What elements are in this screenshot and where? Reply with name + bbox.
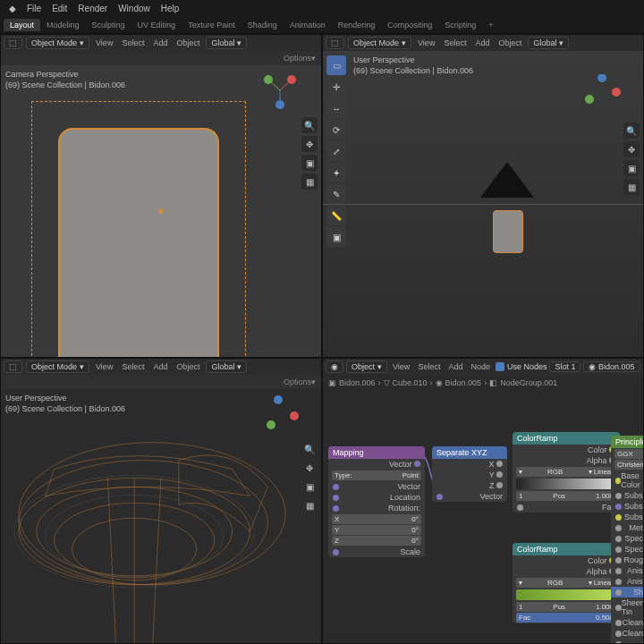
mode-selector[interactable]: Object Mode ▾ — [348, 37, 411, 49]
object-bidon-small[interactable] — [493, 210, 523, 253]
orientation-select[interactable]: Global ▾ — [206, 360, 247, 373]
pan-icon[interactable]: ✥ — [301, 460, 318, 476]
nav-gizmo[interactable] — [260, 394, 300, 434]
pan-icon[interactable]: ✥ — [623, 141, 640, 157]
svg-point-7 — [585, 95, 594, 104]
node-separate-xyz[interactable]: Separate XYZ X Y Z Vector — [432, 446, 507, 502]
bc-nodegroup[interactable]: ◧ NodeGroup.001 — [489, 378, 557, 387]
node-mapping[interactable]: Mapping Vector Type:Point Vector Locatio… — [328, 446, 425, 557]
v3d-object[interactable]: Object — [174, 38, 202, 47]
camera-icon[interactable]: ▣ — [301, 479, 318, 495]
node-colorramp-1[interactable]: ColorRamp Color Alpha ▾RGB▾ Linear 1Pos1… — [513, 432, 620, 513]
bc-material[interactable]: ◉ Bidon.005 — [436, 378, 482, 387]
menu-render[interactable]: Render — [72, 4, 113, 13]
tab-sculpting[interactable]: Sculpting — [86, 19, 131, 31]
tab-rendering[interactable]: Rendering — [332, 19, 382, 31]
v3d-object[interactable]: Object — [496, 38, 524, 47]
viewport-canvas-wire[interactable]: User Perspective (69) Scene Collection |… — [1, 389, 321, 643]
tab-layout[interactable]: Layout — [4, 19, 40, 31]
tab-shading[interactable]: Shading — [242, 19, 284, 31]
camera-icon[interactable]: ▣ — [301, 155, 318, 171]
tool-annotate[interactable]: ✎ — [326, 184, 346, 204]
menu-edit[interactable]: Edit — [47, 4, 72, 13]
blender-icon[interactable]: ◆ — [4, 4, 21, 13]
tool-addcube[interactable]: ▣ — [326, 227, 346, 247]
pan-icon[interactable]: ✥ — [301, 136, 318, 152]
material-select[interactable]: ◉ Bidon.005 — [583, 361, 640, 372]
v3d-view[interactable]: View — [93, 362, 115, 371]
tab-texturepaint[interactable]: Texture Paint — [182, 19, 242, 31]
tool-cursor[interactable]: ✛ — [326, 77, 346, 97]
use-nodes-checkbox[interactable] — [496, 362, 504, 371]
viewport-canvas[interactable]: Camera Perspective (69) Scene Collection… — [1, 65, 321, 357]
shader-type[interactable]: Object ▾ — [346, 360, 387, 373]
bc-mesh[interactable]: ▽ Cube.010 — [384, 378, 428, 387]
mode-selector[interactable]: Object Mode ▾ — [26, 360, 89, 373]
zoom-icon[interactable]: 🔍 — [301, 441, 318, 457]
tool-select-box[interactable]: ▭ — [326, 55, 346, 75]
grid-floor — [323, 204, 643, 205]
tool-rotate[interactable]: ⟳ — [326, 120, 346, 140]
viewport-canvas[interactable]: User Perspective (69) Scene Collection |… — [323, 51, 643, 357]
bc-object[interactable]: ▣ Bidon.006 — [328, 378, 376, 387]
ne-node[interactable]: Node — [468, 362, 493, 371]
svg-line-3 — [280, 80, 292, 90]
tab-animation[interactable]: Animation — [284, 19, 332, 31]
tab-uvediting[interactable]: UV Editing — [131, 19, 182, 31]
nav-gizmo[interactable] — [582, 74, 622, 114]
v3d-view[interactable]: View — [93, 38, 115, 47]
orientation-select[interactable]: Global ▾ — [528, 37, 569, 49]
tool-measure[interactable]: 📏 — [326, 206, 346, 225]
orientation-select[interactable]: Global ▾ — [206, 37, 247, 49]
menu-file[interactable]: File — [21, 4, 47, 13]
ne-add[interactable]: Add — [445, 362, 465, 371]
camera-object[interactable] — [480, 162, 534, 198]
editor-type-icon[interactable]: ⬚ — [326, 37, 344, 49]
node-colorramp-2[interactable]: ColorRamp Color Alpha ▾RGB▾ Linear 1Pos1… — [513, 543, 620, 623]
editor-type-icon[interactable]: ⬚ — [4, 37, 22, 49]
tool-scale[interactable]: ⤢ — [326, 141, 346, 161]
v3d-select[interactable]: Select — [119, 38, 147, 47]
tool-transform[interactable]: ✦ — [326, 163, 346, 182]
object-bidon[interactable] — [58, 128, 219, 358]
persp-icon[interactable]: ▦ — [301, 497, 318, 513]
v3d-add[interactable]: Add — [150, 38, 170, 47]
tool-move[interactable]: ↔ — [326, 98, 346, 118]
zoom-icon[interactable]: 🔍 — [301, 117, 318, 133]
v3d-object[interactable]: Object — [174, 362, 202, 371]
node-editor-header: ◉ Object ▾ View Select Add Node Use Node… — [323, 359, 643, 375]
tab-add[interactable]: + — [482, 19, 499, 31]
mode-selector[interactable]: Object Mode ▾ — [26, 37, 89, 49]
v3d-add[interactable]: Add — [150, 362, 170, 371]
menu-help[interactable]: Help — [156, 4, 185, 13]
persp-icon[interactable]: ▦ — [623, 179, 640, 195]
zoom-icon[interactable]: 🔍 — [623, 123, 640, 139]
node-canvas[interactable]: Mapping Vector Type:Point Vector Locatio… — [323, 391, 643, 643]
persp-icon[interactable]: ▦ — [301, 174, 318, 190]
tab-compositing[interactable]: Compositing — [381, 19, 438, 31]
ramp-gradient[interactable] — [516, 589, 616, 600]
v3d-add[interactable]: Add — [472, 38, 492, 47]
viewport-overlay: Camera Perspective (69) Scene Collection… — [5, 70, 125, 90]
shader-editor: ◉ Object ▾ View Select Add Node Use Node… — [322, 358, 644, 644]
perspective-label: User Perspective — [353, 55, 473, 66]
ne-view[interactable]: View — [390, 362, 412, 371]
tab-modeling[interactable]: Modeling — [40, 19, 86, 31]
camera-icon[interactable]: ▣ — [623, 160, 640, 176]
options-toggle[interactable]: Options — [284, 54, 311, 63]
options-toggle[interactable]: Options — [284, 377, 311, 386]
v3d-select[interactable]: Select — [119, 362, 147, 371]
v3d-view[interactable]: View — [415, 38, 437, 47]
ne-select[interactable]: Select — [415, 362, 443, 371]
menu-window[interactable]: Window — [113, 4, 156, 13]
tab-scripting[interactable]: Scripting — [438, 19, 482, 31]
v3d-select[interactable]: Select — [441, 38, 469, 47]
slot-select[interactable]: Slot 1 — [549, 361, 580, 372]
nav-gizmo[interactable] — [260, 71, 300, 110]
editor-type-icon[interactable]: ⬚ — [4, 360, 22, 373]
svg-line-17 — [152, 478, 161, 644]
ramp-gradient[interactable] — [516, 479, 616, 489]
editor-type-icon[interactable]: ◉ — [326, 360, 343, 373]
node-title: Mapping — [328, 446, 425, 459]
node-principled-bsdf[interactable]: Principle GGX Christens Base Color Subsu… — [611, 436, 644, 644]
